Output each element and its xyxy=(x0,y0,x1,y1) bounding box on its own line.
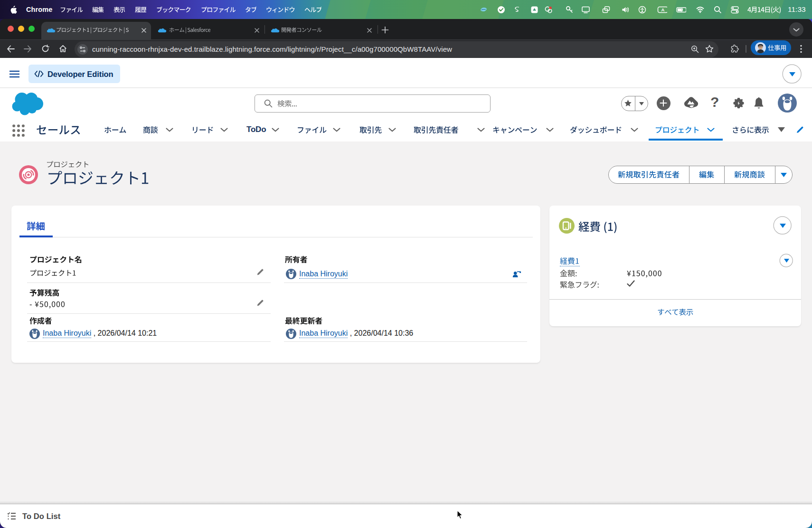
svg-text:A: A xyxy=(661,7,665,12)
